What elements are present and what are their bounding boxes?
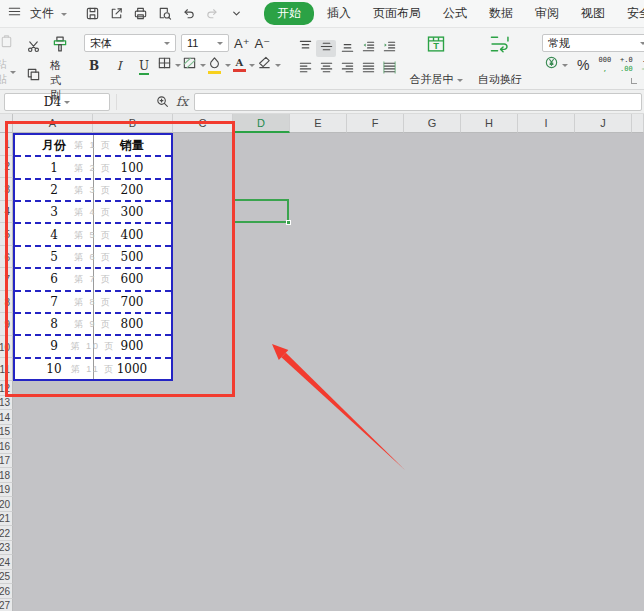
column-header-G[interactable]: G [404,114,461,133]
indent-decrease-button[interactable] [358,40,378,57]
row-header-17[interactable]: 17 [0,454,13,469]
tab-页面布局[interactable]: 页面布局 [362,2,432,25]
row-header-14[interactable]: 14 [0,410,13,425]
row-header-9[interactable]: 9 [0,313,13,336]
row-header-5[interactable]: 5 [0,223,13,246]
row-header-25[interactable]: 25 [0,570,13,585]
table-header-row[interactable]: 月份第 1 页销量 [15,135,171,155]
row-header-13[interactable]: 13 [0,396,13,411]
tab-插入[interactable]: 插入 [316,2,362,25]
valign-bottom-button[interactable] [337,40,357,57]
currency-button[interactable] [544,55,568,74]
tab-公式[interactable]: 公式 [432,2,478,25]
row-header-27[interactable]: 27 [0,599,13,611]
tab-数据[interactable]: 数据 [478,2,524,25]
table-row[interactable]: 10第 11 页1000 [15,357,171,379]
fill-handle[interactable] [286,220,291,225]
font-family-select[interactable]: 宋体 [84,34,176,52]
merge-center-button[interactable]: T 合并居中 [408,32,464,89]
row-header-12[interactable]: 12 [0,381,13,396]
select-all-corner[interactable] [0,114,13,133]
align-right-button[interactable] [337,61,357,78]
row-header-24[interactable]: 24 [0,555,13,570]
row-header-26[interactable]: 26 [0,584,13,599]
insert-function-search-icon[interactable] [155,94,170,109]
tab-视图[interactable]: 视图 [570,2,616,25]
format-painter-button[interactable]: 格式刷 [50,32,70,89]
row-header-8[interactable]: 8 [0,291,13,314]
font-color-button[interactable]: A [234,56,254,73]
copy-button[interactable] [23,66,43,83]
fx-icon[interactable]: fx [176,94,188,109]
add-decimal-icon[interactable]: +.0.00 [620,56,633,72]
row-header-2[interactable]: 2 [0,156,13,179]
italic-button[interactable]: I [109,56,129,73]
output-pdf-icon[interactable] [109,6,124,21]
hamburger-icon[interactable] [7,4,22,23]
redo-icon[interactable] [205,6,220,21]
tab-审阅[interactable]: 审阅 [524,2,570,25]
font-size-select[interactable]: 11 [181,34,229,52]
row-header-4[interactable]: 4 [0,201,13,224]
row-header-16[interactable]: 16 [0,439,13,454]
column-header-J[interactable]: J [575,114,632,133]
column-header-D[interactable]: D [233,114,290,133]
row-header-11[interactable]: 11 [0,358,13,381]
valign-middle-button[interactable] [316,40,336,57]
underline-button[interactable]: U [134,56,154,73]
save-icon[interactable] [85,6,100,21]
column-header-C[interactable]: C [173,114,233,133]
column-header-E[interactable]: E [290,114,347,133]
row-header-22[interactable]: 22 [0,526,13,541]
more-icon[interactable] [229,6,244,21]
row-header-20[interactable]: 20 [0,497,13,512]
row-header-7[interactable]: 7 [0,268,13,291]
column-header-B[interactable]: B [93,114,173,133]
justify-button[interactable] [358,61,378,78]
bold-button[interactable]: B [84,56,104,73]
sheet-grid[interactable]: 1234567891011121314151617181920212223242… [0,133,644,611]
column-header-H[interactable]: H [461,114,518,133]
borders-button[interactable] [159,56,179,73]
table-row[interactable]: 5第 6 页500 [15,245,171,267]
distribute-button[interactable] [379,61,399,78]
number-format-select[interactable]: 常规 [542,34,644,52]
tab-安全[interactable]: 安全 [616,2,644,25]
table-row[interactable]: 4第 5 页400 [15,222,171,244]
row-header-21[interactable]: 21 [0,512,13,527]
paste-button[interactable]: 粘贴 [0,32,16,89]
file-menu-button[interactable]: 文件 [30,5,67,22]
eraser-button[interactable] [259,56,279,73]
tab-开始[interactable]: 开始 [264,2,314,25]
align-center-button[interactable] [316,61,336,78]
dialog-launcher-icon[interactable] [631,78,637,84]
column-header-I[interactable]: I [518,114,575,133]
cut-button[interactable] [23,38,43,55]
row-header-10[interactable]: 10 [0,336,13,359]
table-row[interactable]: 8第 9 页800 [15,312,171,334]
row-header-23[interactable]: 23 [0,541,13,556]
row-header-3[interactable]: 3 [0,178,13,201]
row-header-1[interactable]: 1 [0,133,13,156]
formula-input[interactable] [194,93,642,111]
table-row[interactable]: 2第 3 页200 [15,178,171,200]
row-header-6[interactable]: 6 [0,246,13,269]
decrease-font-button[interactable]: A⁻ [255,36,271,51]
column-header-A[interactable]: A [13,114,93,133]
table-row[interactable]: 9第 10 页900 [15,334,171,356]
shading-button[interactable] [184,56,204,73]
dialog-launcher-icon[interactable] [511,78,517,84]
table-row[interactable]: 3第 4 页300 [15,200,171,222]
increase-font-button[interactable]: A⁺ [234,36,250,51]
fill-color-button[interactable] [209,56,229,73]
column-header-F[interactable]: F [347,114,404,133]
table-row[interactable]: 1第 2 页100 [15,155,171,177]
row-header-19[interactable]: 19 [0,483,13,498]
thousands-icon[interactable]: 000, [598,56,611,72]
row-header-15[interactable]: 15 [0,425,13,440]
print-icon[interactable] [133,6,148,21]
row-header-18[interactable]: 18 [0,468,13,483]
wrap-text-button[interactable]: 自动换行 [472,32,528,89]
column-header-sliver[interactable] [632,114,644,133]
indent-increase-button[interactable] [379,40,399,57]
